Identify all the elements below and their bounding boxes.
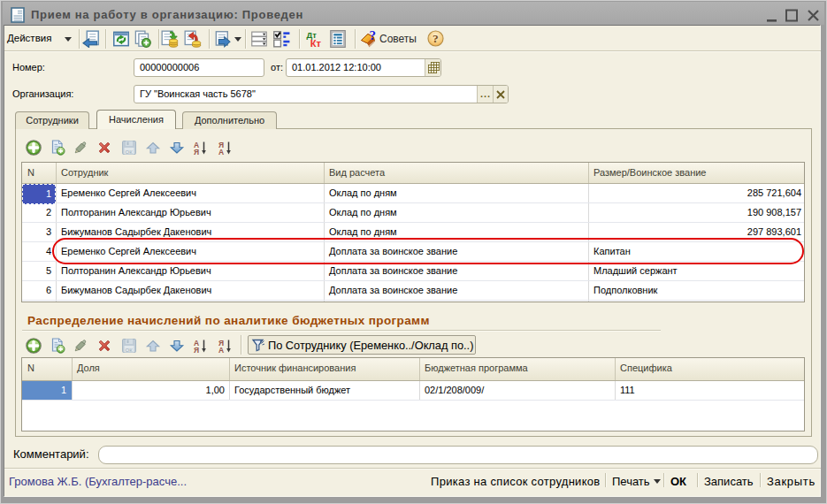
svg-text:Кт: Кт — [310, 38, 322, 48]
svg-text:?: ? — [433, 32, 439, 45]
svg-text:?: ? — [370, 28, 377, 42]
